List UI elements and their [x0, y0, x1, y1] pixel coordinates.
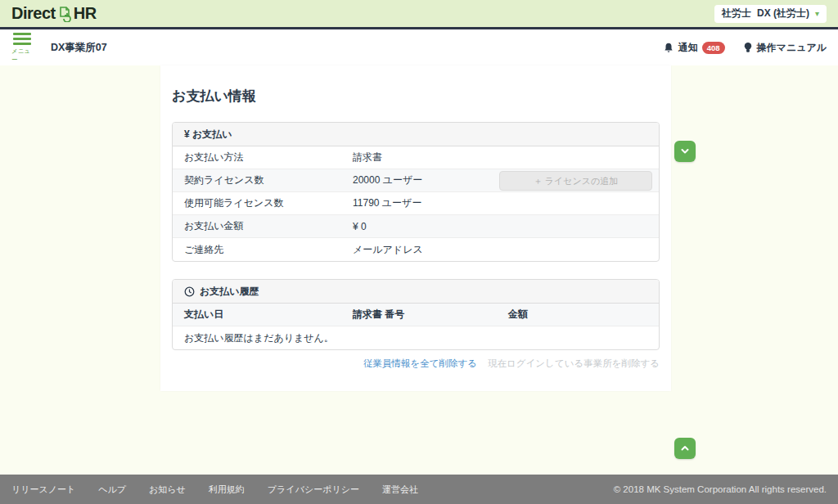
footer: リリースノート ヘルプ お知らせ 利用規約 プライバシーポリシー 運営会社 © …	[0, 475, 838, 504]
hamburger-menu-button[interactable]: メニュー	[11, 32, 33, 64]
footer-link-terms[interactable]: 利用規約	[209, 484, 245, 496]
footer-link-help[interactable]: ヘルプ	[98, 484, 126, 496]
danger-links-row: 従業員情報を全て削除する 現在ログインしている事業所を削除する	[172, 358, 660, 370]
page-title: お支払い情報	[172, 87, 660, 106]
lightbulb-icon	[743, 42, 753, 54]
row-value: ¥ 0	[353, 221, 508, 232]
hamburger-bar	[13, 43, 31, 45]
copyright-text: © 2018 MK System Corporation All rights …	[614, 484, 827, 494]
row-label: お支払い方法	[184, 151, 353, 164]
footer-link-news[interactable]: お知らせ	[149, 484, 186, 496]
manual-label: 操作マニュアル	[757, 41, 827, 55]
row-label: お支払い金額	[184, 219, 353, 233]
column-header-amount: 金額	[508, 308, 659, 322]
table-row-available-licenses: 使用可能ライセンス数 11790 ユーザー	[173, 192, 659, 215]
scroll-up-button[interactable]	[674, 438, 696, 459]
document-sync-icon	[56, 6, 73, 22]
bell-icon	[663, 42, 674, 54]
footer-link-company[interactable]: 運営会社	[382, 484, 418, 496]
content-area: お支払い情報 ¥ お支払い お支払い方法 請求書 契約ライセンス数 20000 …	[0, 65, 838, 475]
app-logo: Direct HR	[11, 4, 97, 23]
column-header-invoice-number: 請求書 番号	[353, 308, 508, 322]
table-row-payment-method: お支払い方法 請求書	[173, 146, 659, 169]
row-value: 20000 ユーザー	[353, 173, 508, 187]
role-prefix: 社労士	[722, 7, 751, 20]
logo-text-direct: Direct	[11, 4, 56, 23]
payment-info-card: ¥ お支払い お支払い方法 請求書 契約ライセンス数 20000 ユーザー ＋ …	[172, 122, 660, 262]
payment-card-header: ¥ お支払い	[173, 123, 659, 146]
role-name: DX (社労士)	[757, 7, 809, 20]
footer-links: リリースノート ヘルプ お知らせ 利用規約 プライバシーポリシー 運営会社	[11, 484, 418, 496]
hamburger-bar	[13, 38, 31, 40]
clock-icon	[184, 286, 195, 297]
footer-link-privacy-policy[interactable]: プライバシーポリシー	[268, 484, 359, 496]
chevron-down-icon: ▾	[815, 10, 819, 18]
payment-history-card: お支払い履歴 支払い日 請求書 番号 金額 お支払い履歴はまだありません。	[172, 279, 660, 350]
hamburger-bar	[13, 33, 31, 35]
delete-all-employees-link[interactable]: 従業員情報を全て削除する	[363, 358, 477, 370]
row-label: 使用可能ライセンス数	[184, 196, 353, 210]
history-empty-message: お支払い履歴はまだありません。	[173, 326, 659, 349]
notification-label: 通知	[678, 41, 698, 55]
manual-button[interactable]: 操作マニュアル	[743, 41, 827, 55]
table-row-contact: ご連絡先 メールアドレス	[173, 238, 659, 261]
chevron-down-icon	[680, 146, 690, 156]
history-header-label: お支払い履歴	[200, 285, 259, 299]
main-panel: お支払い情報 ¥ お支払い お支払い方法 請求書 契約ライセンス数 20000 …	[160, 65, 671, 391]
scroll-down-button[interactable]	[674, 141, 696, 162]
footer-link-release-notes[interactable]: リリースノート	[11, 484, 75, 496]
row-value: 11790 ユーザー	[353, 196, 508, 210]
add-license-button[interactable]: ＋ ライセンスの追加	[499, 171, 652, 191]
office-name: DX事業所07	[51, 41, 107, 55]
notification-count-badge: 408	[702, 42, 725, 54]
row-label: ご連絡先	[184, 243, 353, 257]
history-column-headers: 支払い日 請求書 番号 金額	[173, 304, 659, 326]
table-row-payment-amount: お支払い金額 ¥ 0	[173, 215, 659, 238]
notification-button[interactable]: 通知 408	[663, 41, 725, 55]
row-label: 契約ライセンス数	[184, 173, 353, 187]
nav-right-group: 通知 408 操作マニュアル	[663, 41, 827, 55]
row-value: メールアドレス	[353, 243, 508, 257]
yen-icon: ¥ お支払い	[184, 128, 232, 142]
menu-label: メニュー	[11, 47, 33, 64]
delete-current-office-link[interactable]: 現在ログインしている事業所を削除する	[488, 358, 660, 370]
row-value: 請求書	[353, 151, 508, 164]
top-brand-bar: Direct HR 社労士 DX (社労士) ▾	[0, 0, 838, 27]
history-card-header: お支払い履歴	[173, 280, 659, 304]
logo-text-hr: HR	[74, 4, 97, 23]
nav-bar: メニュー DX事業所07 通知 408 操作マニュアル	[0, 29, 838, 65]
role-selector[interactable]: 社労士 DX (社労士) ▾	[714, 5, 827, 23]
table-row-contract-licenses: 契約ライセンス数 20000 ユーザー ＋ ライセンスの追加	[173, 169, 659, 192]
chevron-up-icon	[680, 443, 690, 453]
column-header-payment-date: 支払い日	[184, 308, 353, 322]
